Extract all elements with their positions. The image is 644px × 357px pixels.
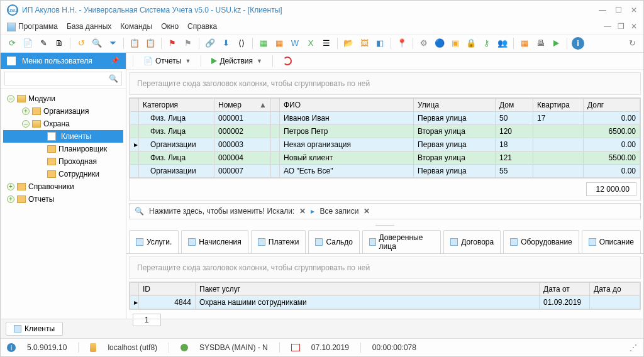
menu-window[interactable]: Окно: [161, 22, 179, 31]
maximize-button[interactable]: ☐: [615, 6, 622, 14]
copy-icon[interactable]: 📋: [128, 37, 141, 50]
close-button[interactable]: ✕: [631, 6, 637, 14]
tab-contracts[interactable]: Договора: [443, 230, 501, 253]
tree-employees[interactable]: Сотрудники: [3, 168, 123, 180]
col-package[interactable]: Пакет услуг: [196, 282, 540, 295]
table-row[interactable]: Физ. Лица000004Новый клиентВторая улица1…: [130, 151, 640, 164]
export-word-icon[interactable]: W: [289, 37, 301, 50]
col-house[interactable]: Дом: [496, 98, 533, 111]
search-input[interactable]: [4, 72, 122, 85]
group-by-hint[interactable]: Перетащите сюда заголовок колонки, чтобы…: [129, 72, 641, 95]
table-row[interactable]: Организации000007АО "Есть Все"Первая ули…: [130, 164, 640, 177]
col-apartment[interactable]: Квартира: [533, 98, 584, 111]
picture-icon[interactable]: 🖼: [358, 37, 370, 50]
gear-icon[interactable]: ⚙: [418, 37, 430, 50]
tab-services[interactable]: Услуги.: [129, 230, 179, 253]
folder-open-icon[interactable]: 📂: [342, 37, 355, 50]
menu-commands[interactable]: Команды: [120, 22, 152, 31]
window-icon[interactable]: ◧: [374, 37, 386, 50]
export-list-icon[interactable]: ☰: [320, 37, 333, 50]
tree-security[interactable]: –Охрана: [3, 118, 123, 130]
lock-icon[interactable]: 🔒: [465, 37, 477, 50]
grid-icon[interactable]: ▦: [518, 37, 531, 50]
stop-button[interactable]: [279, 55, 296, 67]
mdi-restore-button[interactable]: ❐: [618, 22, 625, 31]
tree-reports[interactable]: +Отчеты: [3, 193, 123, 206]
pin-icon[interactable]: 📌: [111, 57, 119, 65]
play-icon[interactable]: [550, 37, 562, 50]
new-icon[interactable]: 📄: [21, 37, 34, 50]
tab-balance[interactable]: Сальдо: [308, 230, 359, 253]
delete-icon[interactable]: 🗎: [53, 37, 65, 50]
col-street[interactable]: Улица: [414, 98, 496, 111]
search-icon[interactable]: 🔍: [109, 74, 118, 83]
subgrid-group-hint[interactable]: Перетащите сюда заголовок колонки, чтобы…: [129, 256, 641, 279]
people-icon[interactable]: 👥: [496, 37, 509, 50]
col-date-from[interactable]: Дата от: [540, 282, 590, 295]
resize-grip-icon[interactable]: ⋰: [630, 343, 637, 352]
filter-all[interactable]: Все записи: [319, 207, 358, 216]
filter-icon[interactable]: ⏷: [106, 37, 119, 50]
edit-icon[interactable]: ✎: [37, 37, 50, 50]
info-icon[interactable]: i: [7, 343, 16, 352]
expand-icon[interactable]: +: [7, 183, 14, 190]
minimize-button[interactable]: —: [599, 6, 606, 14]
col-category[interactable]: Категория: [139, 98, 214, 111]
menu-program[interactable]: Программа: [7, 22, 58, 31]
col-date-to[interactable]: Дата до: [590, 282, 640, 295]
tree-clients[interactable]: Клиенты: [3, 130, 123, 143]
col-id[interactable]: ID: [139, 282, 196, 295]
flag-red-icon[interactable]: ⚑: [166, 37, 179, 50]
table-row[interactable]: Физ. Лица000002Петров ПетрВторая улица12…: [130, 124, 640, 138]
menu-database[interactable]: База данных: [67, 22, 111, 31]
tree-references[interactable]: +Справочники: [3, 180, 123, 193]
reports-dropdown[interactable]: 📄Отчеты▼: [140, 55, 194, 67]
tab-payments[interactable]: Платежи: [251, 230, 306, 253]
link-icon[interactable]: 🔗: [204, 37, 216, 50]
undo-icon[interactable]: ↺: [75, 37, 87, 50]
export-excel-icon[interactable]: X: [304, 37, 317, 50]
clear-all-icon[interactable]: ✕: [364, 207, 370, 216]
flag-grey-icon[interactable]: ⚑: [182, 37, 194, 50]
tree-planner[interactable]: Планировщик: [3, 143, 123, 155]
doc-tab-clients[interactable]: Клиенты: [6, 322, 63, 336]
paste-icon[interactable]: 📋: [144, 37, 157, 50]
tab-description[interactable]: Описание: [582, 230, 641, 253]
refresh-icon[interactable]: ⟳: [6, 37, 18, 50]
pin-icon[interactable]: 📍: [396, 37, 408, 50]
import-icon[interactable]: ▦: [257, 37, 270, 50]
actions-dropdown[interactable]: Действия▼: [208, 55, 266, 67]
mdi-close-button[interactable]: ✕: [631, 22, 637, 31]
sort-asc-icon: ▲: [259, 101, 267, 109]
color-icon[interactable]: 🔵: [433, 37, 446, 50]
code-icon[interactable]: ⟨⟩: [235, 37, 248, 50]
print-icon[interactable]: 🖶: [534, 37, 547, 50]
col-fio[interactable]: ФИО: [280, 98, 414, 111]
mdi-minimize-button[interactable]: —: [604, 22, 611, 31]
table-row[interactable]: Физ. Лица000001Иванов ИванПервая улица50…: [130, 111, 640, 124]
collapse-icon[interactable]: –: [7, 95, 14, 102]
key-icon[interactable]: ⚷: [480, 37, 493, 50]
col-number[interactable]: Номер ▲: [214, 98, 271, 111]
menu-help[interactable]: Справка: [187, 22, 217, 31]
tree-checkpoint[interactable]: Проходная: [3, 155, 123, 168]
info-icon[interactable]: i: [572, 37, 584, 50]
collapse-icon[interactable]: –: [22, 120, 30, 128]
tree-modules[interactable]: –Модули: [3, 92, 123, 105]
rss-icon[interactable]: ▣: [449, 37, 462, 50]
more-icon[interactable]: ↻: [626, 37, 638, 50]
tree-organization[interactable]: +Организация: [3, 105, 123, 118]
clear-filter-icon[interactable]: ✕: [299, 207, 306, 216]
tab-accruals[interactable]: Начисления: [181, 230, 248, 253]
tab-equipment[interactable]: Оборудование: [503, 230, 579, 253]
expand-icon[interactable]: +: [22, 107, 30, 115]
col-debt[interactable]: Долг: [584, 98, 640, 111]
zoom-icon[interactable]: 🔍: [91, 37, 103, 50]
table-row[interactable]: ▸4844Охрана нашими сотрудниками01.09.201…: [130, 295, 640, 309]
tab-trusted[interactable]: Доверенные лица: [362, 230, 441, 253]
table-row[interactable]: ▸Организации000003Некая организацияПерва…: [130, 138, 640, 151]
cards-icon[interactable]: ▦: [273, 37, 286, 50]
expand-icon[interactable]: +: [7, 195, 14, 203]
filter-bar[interactable]: 🔍 Нажмите здесь, чтобы изменить! Искали:…: [129, 203, 641, 219]
down-icon[interactable]: ⬇: [219, 37, 232, 50]
